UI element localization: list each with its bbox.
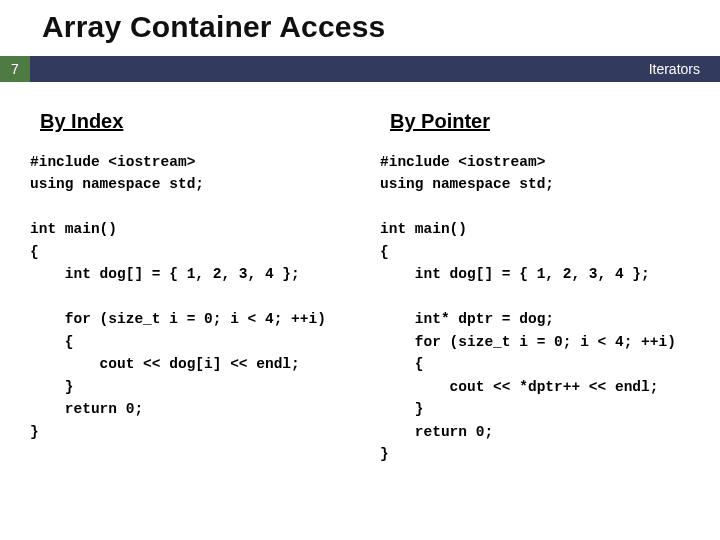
left-code-block: #include <iostream> using namespace std;… <box>30 151 370 443</box>
left-column: By Index #include <iostream> using names… <box>30 100 370 443</box>
right-heading: By Pointer <box>390 110 720 133</box>
right-code-block: #include <iostream> using namespace std;… <box>380 151 720 466</box>
header-bar: 7 Iterators <box>0 56 720 82</box>
slide: Array Container Access 7 Iterators By In… <box>0 0 720 540</box>
slide-number: 7 <box>0 56 30 82</box>
section-label: Iterators <box>649 56 700 82</box>
right-column: By Pointer #include <iostream> using nam… <box>380 100 720 466</box>
left-heading: By Index <box>40 110 370 133</box>
slide-title: Array Container Access <box>42 10 385 44</box>
